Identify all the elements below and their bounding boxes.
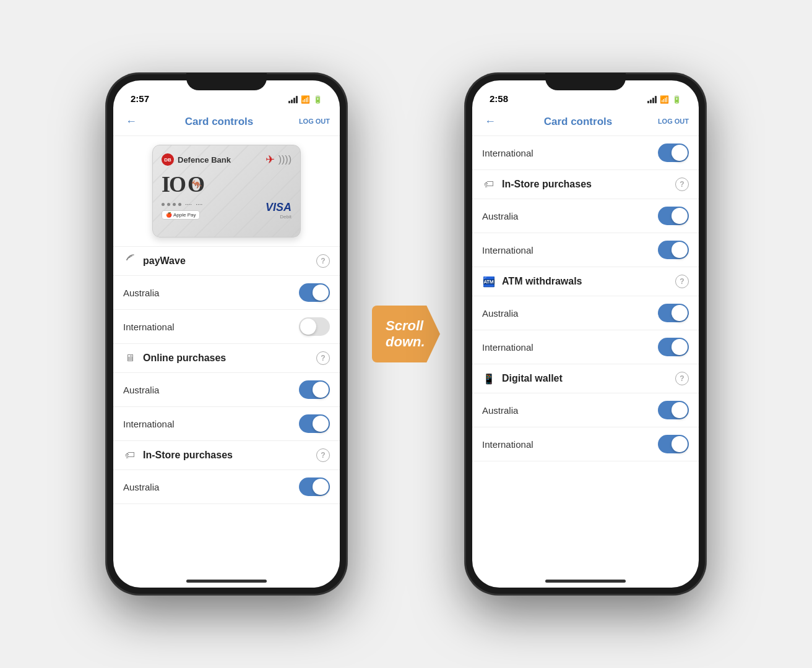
- online-international-row: International: [113, 407, 340, 441]
- paywave-international-row: International: [113, 310, 340, 344]
- paywave-icon: [123, 254, 137, 268]
- atm-australia-toggle[interactable]: [658, 304, 689, 322]
- card-ioo-text: IO: [162, 171, 185, 197]
- card-header: DB Defence Bank ✈ )))): [162, 153, 292, 166]
- atm-help[interactable]: ?: [675, 275, 689, 288]
- online-australia-row: Australia: [113, 373, 340, 407]
- wifi-icon-1: 📶: [301, 95, 310, 104]
- instore-title-2: In-Store purchases: [502, 179, 592, 190]
- instore2-international-toggle[interactable]: [658, 241, 689, 259]
- phone-2: 2:58 📶 🔋 ← Card controls LOG OUT: [465, 73, 706, 595]
- status-icons-2: 📶 🔋: [647, 95, 681, 104]
- atm-icon: 🏧: [482, 276, 496, 288]
- phone-1: 2:57 📶 🔋 ← Card controls LOG OUT: [106, 73, 347, 595]
- partial-top-row: International: [472, 136, 699, 170]
- online-australia-label: Australia: [123, 385, 159, 395]
- app-header-1: ← Card controls LOG OUT: [113, 108, 340, 136]
- wifi-icon-2: 📶: [660, 95, 669, 104]
- atm-title: ATM withdrawals: [502, 276, 582, 287]
- wallet-international-toggle[interactable]: [658, 435, 689, 453]
- paywave-australia-toggle[interactable]: [299, 283, 330, 302]
- notch-2: [545, 73, 626, 90]
- card-number-area: IO O 🦘: [162, 171, 292, 197]
- section-online: 🖥 Online purchases ?: [113, 344, 340, 373]
- instore2-australia-toggle[interactable]: [658, 207, 689, 225]
- online-icon: 🖥: [123, 353, 137, 364]
- paywave-help[interactable]: ?: [316, 254, 330, 268]
- online-international-label: International: [123, 419, 175, 429]
- back-button-1[interactable]: ←: [123, 113, 139, 131]
- atm-international-label: International: [482, 342, 533, 353]
- wallet-international-row: International: [472, 427, 699, 461]
- logout-button-1[interactable]: LOG OUT: [299, 118, 330, 126]
- battery-icon-2: 🔋: [672, 95, 681, 104]
- visa-text: VISA: [266, 201, 292, 213]
- phone-1-inner: 2:57 📶 🔋 ← Card controls LOG OUT: [113, 80, 340, 588]
- instore2-australia-label: Australia: [482, 211, 518, 221]
- wallet-international-label: International: [482, 439, 533, 450]
- settings-list-2[interactable]: 🏷 In-Store purchases ? Australia Interna…: [472, 170, 699, 574]
- phone-2-inner: 2:58 📶 🔋 ← Card controls LOG OUT: [472, 80, 699, 588]
- home-bar-2: [545, 580, 626, 583]
- online-help[interactable]: ?: [316, 351, 330, 365]
- notch-1: [186, 73, 267, 90]
- card-dots-1: ···· ····: [162, 201, 202, 208]
- card-area: DB Defence Bank ✈ )))) IO O 🦘: [113, 136, 340, 247]
- wallet-australia-toggle[interactable]: [658, 401, 689, 419]
- home-indicator-1: [113, 574, 340, 588]
- signal-icon-2: [647, 96, 657, 103]
- settings-list-1[interactable]: payWave ? Australia International: [113, 247, 340, 574]
- section-digital-wallet: 📱 Digital wallet ?: [472, 364, 699, 393]
- signal-icon-1: [288, 96, 298, 103]
- paywave-title: payWave: [143, 255, 186, 267]
- arrow-label: Scroll down.: [372, 306, 440, 363]
- atm-australia-label: Australia: [482, 308, 518, 319]
- header-title-2: Card controls: [544, 116, 613, 128]
- apple-pay-text: Apple Pay: [173, 212, 196, 218]
- section-atm: 🏧 ATM withdrawals ?: [472, 267, 699, 296]
- instore2-australia-row: Australia: [472, 199, 699, 233]
- instore-help-1[interactable]: ?: [316, 448, 330, 462]
- card-circle-area: O 🦘: [188, 171, 205, 197]
- online-title: Online purchases: [143, 353, 226, 364]
- paywave-australia-label: Australia: [123, 288, 159, 298]
- card-footer: ···· ···· 🍎 Apple Pay VISA: [162, 201, 292, 220]
- card-tap-icon: )))): [279, 154, 292, 165]
- instore-icon-2: 🏷: [482, 179, 496, 190]
- scroll-arrow: Scroll down.: [372, 306, 440, 363]
- battery-icon-1: 🔋: [313, 95, 322, 104]
- atm-international-row: International: [472, 330, 699, 364]
- card-logo: DB: [162, 153, 174, 166]
- wallet-australia-row: Australia: [472, 393, 699, 427]
- paywave-international-label: International: [123, 322, 175, 332]
- section-instore-2: 🏷 In-Store purchases ?: [472, 170, 699, 199]
- online-international-toggle[interactable]: [299, 414, 330, 433]
- logout-button-2[interactable]: LOG OUT: [658, 118, 689, 126]
- status-icons-1: 📶 🔋: [288, 95, 322, 104]
- card-plane-icon: ✈: [266, 153, 275, 166]
- home-indicator-2: [472, 574, 699, 588]
- instore-title-1: In-Store purchases: [143, 450, 233, 461]
- instore2-international-row: International: [472, 233, 699, 267]
- paywave-international-toggle[interactable]: [299, 317, 330, 336]
- apple-pay-badge: 🍎 Apple Pay: [162, 210, 200, 220]
- section-instore-1: 🏷 In-Store purchases ?: [113, 441, 340, 470]
- instore1-australia-toggle[interactable]: [299, 477, 330, 496]
- header-title-1: Card controls: [185, 116, 254, 128]
- wallet-australia-label: Australia: [482, 405, 518, 416]
- online-australia-toggle[interactable]: [299, 380, 330, 399]
- partial-top-toggle[interactable]: [658, 143, 689, 162]
- digital-wallet-help[interactable]: ?: [675, 372, 689, 385]
- scene: 2:57 📶 🔋 ← Card controls LOG OUT: [81, 48, 731, 620]
- visa-badge: VISA Debit: [266, 201, 292, 220]
- digital-wallet-title: Digital wallet: [502, 373, 563, 384]
- atm-international-toggle[interactable]: [658, 338, 689, 356]
- instore1-australia-row: Australia: [113, 470, 340, 504]
- card-bank-name: Defence Bank: [178, 155, 231, 165]
- section-paywave: payWave ?: [113, 247, 340, 276]
- instore-help-2[interactable]: ?: [675, 178, 689, 191]
- card-kangaroo: 🦘: [191, 179, 202, 189]
- instore2-international-label: International: [482, 245, 533, 255]
- atm-australia-row: Australia: [472, 296, 699, 330]
- back-button-2[interactable]: ←: [482, 113, 498, 131]
